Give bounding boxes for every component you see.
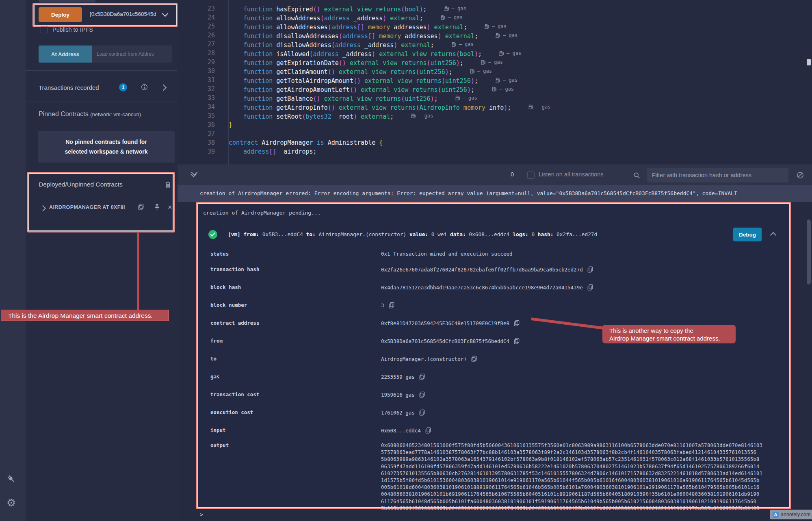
pin-icon[interactable] — [154, 204, 160, 211]
gas-estimate: – gas — [411, 111, 433, 120]
gas-pump-icon — [495, 33, 500, 38]
settings-gear-icon[interactable]: ⚙ — [6, 497, 16, 508]
code-line: 31function getTotalAirdropAmount() exter… — [178, 76, 812, 85]
tx-field-value: 0xf8e81D47203A594245E36C48e151709F0C19fB… — [381, 320, 520, 326]
collapse-terminal-icon[interactable] — [191, 171, 197, 178]
chevron-right-icon[interactable] — [160, 85, 167, 91]
copy-icon[interactable] — [587, 284, 593, 291]
code-line: 32function getAirdropAmountLeft() extern… — [178, 85, 812, 93]
code-line: 24function allowAddress(address _address… — [178, 13, 812, 22]
code-text: function allowAddresses(address[] memory… — [215, 22, 507, 31]
tx-field-value: AirdropManager.(constructor) — [381, 356, 477, 362]
transactions-count-badge: 1 — [119, 83, 127, 91]
code-line: 38contract AirdropManager is Administrab… — [178, 138, 812, 147]
code-line: 34function getAirdropInfo() external vie… — [178, 102, 812, 111]
tx-field-value: 0x2fa26e67607ada8f276024f828782ebafe6ff0… — [381, 266, 593, 273]
annotation-right-label: This is another way to copy the Airdrop … — [602, 325, 736, 343]
gas-estimate: – gas — [451, 40, 474, 49]
tx-output-value: 0x608060405234801561000f575f80fd5b506004… — [381, 442, 762, 512]
listen-all-label: Listen on all transactions — [539, 171, 604, 178]
expand-chevron-icon[interactable] — [40, 205, 46, 212]
line-number: 34 — [178, 102, 215, 111]
code-text: address[] _airdrops; — [215, 147, 317, 156]
code-editor[interactable]: 23function hasExpired() external view re… — [178, 0, 812, 165]
gas-pump-icon — [455, 95, 460, 101]
publish-checkbox[interactable] — [41, 26, 48, 33]
tx-field-label: transaction cost — [210, 391, 259, 397]
copy-icon[interactable] — [471, 356, 477, 362]
copy-icon[interactable] — [419, 409, 425, 416]
deploy-button[interactable]: Deploy — [39, 7, 82, 22]
line-number: 33 — [178, 93, 215, 102]
gas-estimate: – gas — [440, 13, 463, 22]
code-line: 26function disallowAddresses(address[] m… — [178, 31, 812, 40]
gas-pump-icon — [481, 59, 486, 65]
gas-pump-icon — [492, 86, 497, 92]
code-text: function allowAddress(address _address) … — [215, 13, 463, 22]
terminal-prompt[interactable]: > — [200, 511, 203, 518]
publish-label: Publish to IPFS — [52, 26, 93, 33]
trash-icon[interactable] — [165, 181, 171, 189]
gas-pump-icon — [411, 113, 416, 119]
terminal-scrollbar-thumb[interactable] — [807, 219, 811, 284]
editor-scrollbar-thumb[interactable] — [807, 59, 811, 65]
pinned-contracts-empty-card: No pinned contracts found for selected w… — [38, 131, 175, 163]
line-number: 31 — [178, 76, 215, 85]
tx-field-label: execution cost — [210, 409, 253, 415]
constructor-args-value[interactable]: [0x5B38Da6a701c568545d — [90, 11, 156, 17]
code-line: 29function getExpirationDate() external … — [178, 58, 812, 67]
code-text: contract AirdropManager is Administrable… — [215, 138, 383, 147]
at-address-input[interactable] — [92, 46, 172, 63]
error-log-row: creation of AirdropManager errored: Erro… — [178, 185, 812, 202]
copy-icon[interactable] — [514, 338, 520, 344]
transactions-recorded-label: Transactions recorded — [39, 84, 99, 91]
line-number: 36 — [178, 120, 215, 129]
code-text: function getTotalAirdropAmount() externa… — [215, 76, 518, 85]
tx-field-label: transaction hash — [210, 266, 259, 272]
tx-field-value: 0x1 Transaction mined and execution succ… — [381, 251, 513, 257]
line-number: 38 — [178, 138, 215, 147]
transaction-filter-input[interactable] — [647, 168, 788, 182]
code-line: 39address[] _airdrops; — [178, 147, 812, 156]
gas-estimate: – gas — [444, 4, 466, 13]
line-number: 26 — [178, 31, 215, 40]
gas-estimate: – gas — [492, 85, 514, 93]
code-text: function getAirdropInfo() external view … — [215, 102, 550, 111]
gas-estimate: – gas — [528, 102, 550, 111]
gas-pump-icon — [440, 15, 446, 20]
gas-estimate: – gas — [455, 93, 477, 102]
copy-icon[interactable] — [419, 373, 425, 380]
copy-icon[interactable] — [587, 266, 593, 273]
copy-icon[interactable] — [138, 204, 144, 210]
network-label: (network: vm-cancun) — [90, 111, 141, 117]
deployed-contract-item[interactable]: AIRDROPMANAGER AT 0XF8I × — [28, 202, 173, 214]
divider — [26, 102, 178, 102]
line-number: 27 — [178, 40, 215, 49]
tx-field-value: 0x608...eddc4 — [381, 427, 431, 434]
copy-icon[interactable] — [425, 427, 431, 434]
gas-estimate: – gas — [495, 31, 518, 40]
at-address-button[interactable]: At Address — [39, 46, 92, 63]
code-text: function getAirdropAmountLeft() external… — [215, 85, 514, 93]
copy-icon[interactable] — [419, 391, 425, 398]
deploy-run-panel: Deploy [0x5B38Da6a701c568545d Publish to… — [26, 0, 178, 521]
deploy-highlight-box: Deploy [0x5B38Da6a701c568545d — [32, 3, 178, 27]
publish-to-ipfs-row[interactable]: Publish to IPFS — [41, 26, 93, 33]
watermark-badge: A annotely.com — [770, 510, 812, 519]
close-icon[interactable]: × — [168, 202, 172, 212]
copy-icon[interactable] — [514, 320, 520, 326]
line-number: 35 — [178, 111, 215, 120]
tx-field-label: from — [210, 338, 223, 344]
chevron-down-icon[interactable] — [162, 11, 169, 17]
listen-all-checkbox[interactable] — [527, 171, 535, 179]
plugin-manager-icon[interactable] — [6, 474, 17, 484]
info-icon[interactable] — [141, 84, 148, 91]
code-line: 27function disallowAddress(address _addr… — [178, 40, 812, 49]
code-text: function setRoot(bytes32 _root) external… — [215, 111, 433, 120]
copy-icon[interactable] — [389, 302, 394, 308]
code-text: function disallowAddress(address _addres… — [215, 40, 474, 49]
code-lines: 23function hasExpired() external view re… — [178, 4, 812, 156]
gas-pump-icon — [495, 77, 500, 83]
clear-console-icon[interactable] — [797, 171, 804, 179]
search-icon[interactable] — [633, 172, 640, 179]
